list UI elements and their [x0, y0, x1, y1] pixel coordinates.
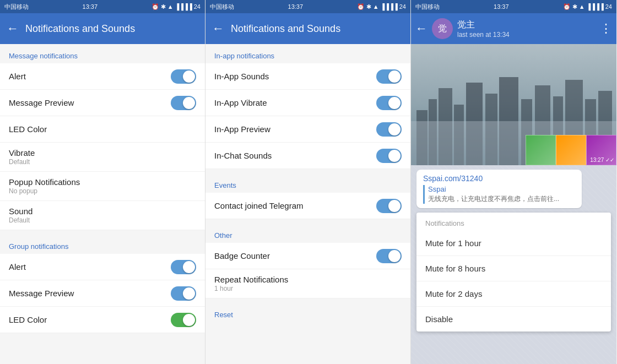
- item-label: Message Preview: [9, 98, 74, 107]
- mute-menu: Notifications Mute for 1 hour Mute for 8…: [416, 213, 611, 332]
- item-label: Contact joined Telegram: [214, 201, 303, 210]
- list-item[interactable]: In-Chat Sounds: [205, 143, 410, 169]
- list-item[interactable]: In-App Sounds: [205, 63, 410, 90]
- list-item[interactable]: Alert: [0, 63, 205, 90]
- item-label: Popup Notifications: [9, 177, 80, 187]
- chat-area: 13:27 ✓✓ Sspai.com/31240 Sspai 无线充电，让充电过…: [411, 44, 616, 364]
- more-options-icon[interactable]: ⋮: [600, 21, 612, 36]
- toggle-inchat-sounds[interactable]: [376, 149, 402, 163]
- toggle-inapp-vibrate[interactable]: [376, 96, 402, 110]
- section-divider: [0, 230, 205, 235]
- section-header-reset: Reset: [205, 303, 410, 322]
- signal-icon: ▐▐▐▐: [175, 3, 192, 10]
- list-item[interactable]: In-App Vibrate: [205, 90, 410, 116]
- toggle-msg-preview-1[interactable]: [171, 96, 196, 110]
- section-header-events: Events: [205, 173, 410, 193]
- message-link[interactable]: Sspai.com/31240: [423, 174, 483, 183]
- list-item[interactable]: Repeat Notifications 1 hour: [205, 269, 410, 298]
- battery-3: 24: [605, 3, 612, 10]
- item-label: Message Preview: [9, 289, 74, 298]
- item-sub: Default: [9, 216, 33, 224]
- section-header-inapp: In-app notifications: [205, 44, 410, 63]
- signal-icon-2: ▐▐▐▐: [381, 3, 398, 10]
- mute-8hours-item[interactable]: Mute for 8 hours: [416, 256, 611, 281]
- chat-name: 觉主: [457, 19, 596, 31]
- toggle-thumb: [388, 97, 400, 109]
- preview-text: 无线充电，让充电过度不再焦虑，点击前往...: [428, 194, 575, 204]
- toggle-thumb: [183, 287, 195, 300]
- status-icons-1: ⏰ ✱ ▲ ▐▐▐▐ 24: [151, 3, 201, 10]
- list-item[interactable]: LED Color: [0, 307, 205, 333]
- bluetooth-icon-3: ✱: [572, 3, 577, 10]
- item-label: Sound: [9, 207, 33, 216]
- list-item[interactable]: Contact joined Telegram: [205, 193, 410, 219]
- bluetooth-icon-2: ✱: [366, 3, 371, 10]
- item-label: In-App Preview: [214, 124, 270, 134]
- toggle-group-led[interactable]: [171, 313, 196, 327]
- message-bubble: Sspai.com/31240 Sspai 无线充电，让充电过度不再焦虑，点击前…: [416, 170, 582, 208]
- status-bar-1: 中国移动 13:37 ⏰ ✱ ▲ ▐▐▐▐ 24: [0, 0, 205, 13]
- mute-1hour-item[interactable]: Mute for 1 hour: [416, 231, 611, 256]
- message-preview: Sspai 无线充电，让充电过度不再焦虑，点击前往...: [423, 185, 575, 204]
- toggle-alert-1[interactable]: [171, 69, 196, 84]
- wifi-icon-3: ▲: [579, 3, 585, 10]
- header-2: ← Notifications and Sounds: [205, 13, 410, 44]
- list-item[interactable]: Message Preview: [0, 90, 205, 116]
- toggle-group-preview[interactable]: [171, 286, 196, 301]
- section-divider: [205, 298, 410, 303]
- title-2: Notifications and Sounds: [231, 23, 404, 35]
- toggle-group-alert[interactable]: [171, 260, 196, 274]
- thumbnail-green: [526, 135, 556, 165]
- item-label: In-Chat Sounds: [214, 151, 272, 160]
- settings-list-1: Message notifications Alert Message Prev…: [0, 44, 205, 364]
- item-label: Alert: [9, 262, 26, 271]
- mute-disable-item[interactable]: Disable: [416, 307, 611, 332]
- section-header-group: Group notifications: [0, 235, 205, 254]
- item-label: Alert: [9, 72, 26, 81]
- list-item[interactable]: Sound Default: [0, 201, 205, 230]
- avatar: 觉: [432, 18, 453, 39]
- back-button-1[interactable]: ←: [7, 21, 19, 36]
- message-timestamp: 13:27 ✓✓: [590, 157, 614, 163]
- item-label: LED Color: [9, 124, 47, 134]
- toggle-badge-counter[interactable]: [376, 249, 402, 263]
- toggle-contact-joined[interactable]: [376, 199, 402, 213]
- chat-header: ← 觉 觉主 last seen at 13:34 ⋮: [411, 13, 616, 44]
- list-item[interactable]: LED Color: [0, 116, 205, 143]
- toggle-thumb: [388, 123, 400, 135]
- back-button-2[interactable]: ←: [212, 21, 224, 36]
- list-item[interactable]: Alert: [0, 254, 205, 280]
- toggle-thumb: [388, 200, 400, 212]
- item-label: Badge Counter: [214, 251, 270, 260]
- toggle-inapp-preview[interactable]: [376, 122, 402, 137]
- toggle-inapp-sounds[interactable]: [376, 69, 402, 84]
- list-item[interactable]: Popup Notifications No popup: [0, 172, 205, 201]
- list-item[interactable]: Vibrate Default: [0, 143, 205, 172]
- signal-icon-3: ▐▐▐▐: [587, 3, 604, 10]
- list-item[interactable]: Message Preview: [0, 280, 205, 307]
- chat-status: last seen at 13:34: [457, 31, 596, 39]
- wifi-icon: ▲: [167, 3, 174, 10]
- carrier-1: 中国移动: [4, 3, 29, 11]
- alarm-icon-3: ⏰: [563, 3, 571, 10]
- time-3: 13:37: [494, 3, 509, 10]
- chat-back-button[interactable]: ←: [415, 21, 427, 36]
- avatar-text: 觉: [438, 23, 447, 35]
- item-label: LED Color: [9, 315, 47, 324]
- item-label: Vibrate: [9, 148, 35, 157]
- mute-2days-item[interactable]: Mute for 2 days: [416, 281, 611, 307]
- list-item[interactable]: In-App Preview: [205, 116, 410, 143]
- section-divider: [205, 169, 410, 173]
- item-label: In-App Vibrate: [214, 98, 267, 107]
- toggle-thumb: [183, 97, 195, 109]
- thumbnail-orange: [556, 135, 586, 165]
- panel-2: 中国移动 13:37 ⏰ ✱ ▲ ▐▐▐▐ 24 ← Notifications…: [205, 0, 411, 364]
- chat-info: 觉主 last seen at 13:34: [457, 19, 596, 39]
- panel-1: 中国移动 13:37 ⏰ ✱ ▲ ▐▐▐▐ 24 ← Notifications…: [0, 0, 205, 364]
- mute-menu-header: Notifications: [416, 213, 611, 231]
- toggle-thumb: [183, 70, 195, 83]
- settings-list-2: In-app notifications In-App Sounds In-Ap…: [205, 44, 410, 364]
- toggle-thumb: [388, 150, 400, 162]
- time-2: 13:37: [288, 3, 304, 10]
- list-item[interactable]: Badge Counter: [205, 243, 410, 269]
